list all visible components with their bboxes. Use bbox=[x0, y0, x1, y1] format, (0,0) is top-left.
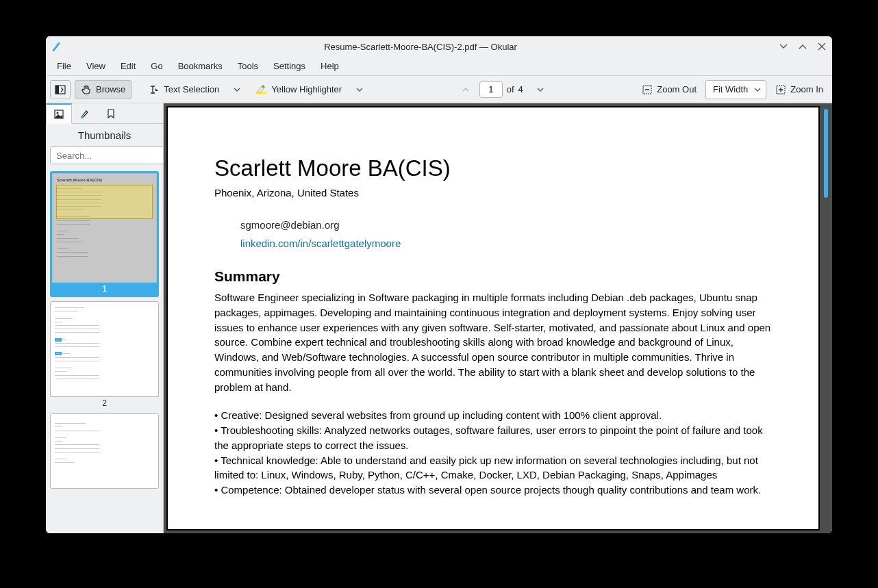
thumbnail-2[interactable]: ─────────────────────────── ────────────… bbox=[50, 301, 159, 409]
document-area: Scarlett Moore BA(CIS) Phoenix, Arizona,… bbox=[164, 103, 832, 533]
hand-icon bbox=[81, 84, 92, 95]
highlighter-label: Yellow Highlighter bbox=[271, 84, 342, 94]
summary-heading: Summary bbox=[214, 268, 772, 285]
toolbar: Browse Text Selection Yellow Highlighter… bbox=[46, 76, 832, 103]
summary-body: Software Engineer specializing in Softwa… bbox=[214, 290, 772, 394]
svg-rect-1 bbox=[55, 86, 59, 94]
resume-location: Phoenix, Arizona, United States bbox=[214, 187, 772, 199]
text-selection-label: Text Selection bbox=[164, 84, 219, 94]
main-area: Thumbnails Scarlett Moore BA(CIS) ──────… bbox=[46, 103, 832, 533]
bullet-technical: • Technical knowledge: Able to understan… bbox=[214, 453, 772, 483]
browse-button[interactable]: Browse bbox=[75, 80, 131, 99]
page-of-label: of bbox=[507, 84, 514, 94]
menu-file[interactable]: File bbox=[50, 58, 78, 74]
window-minimize-button[interactable] bbox=[777, 40, 790, 53]
page-navigation: of 4 bbox=[456, 80, 550, 99]
thumbnail-1[interactable]: Scarlett Moore BA(CIS) ─────────────────… bbox=[50, 171, 159, 297]
text-selection-dropdown[interactable] bbox=[228, 80, 246, 99]
annotations-icon bbox=[79, 108, 90, 119]
bullet-creative: • Creative: Designed several websites fr… bbox=[214, 408, 772, 423]
zoom-in-icon bbox=[775, 84, 786, 95]
text-selection-icon bbox=[149, 84, 160, 95]
tab-bookmarks[interactable] bbox=[98, 103, 124, 124]
document-content: Scarlett Moore BA(CIS) Phoenix, Arizona,… bbox=[214, 155, 772, 498]
app-window: Resume-Scarlett-Moore-BA(CIS)-2.pdf — Ok… bbox=[46, 36, 832, 533]
side-panel: Thumbnails Scarlett Moore BA(CIS) ──────… bbox=[46, 103, 164, 533]
window-close-button[interactable] bbox=[816, 40, 828, 53]
zoom-in-label: Zoom In bbox=[790, 84, 823, 94]
chevron-down-icon bbox=[233, 86, 241, 94]
highlighter-dropdown[interactable] bbox=[351, 80, 368, 99]
zoom-out-button[interactable]: Zoom Out bbox=[637, 80, 701, 99]
menu-settings[interactable]: Settings bbox=[266, 58, 312, 74]
zoom-mode-select[interactable]: Fit Width bbox=[705, 80, 766, 99]
zoom-out-label: Zoom Out bbox=[657, 84, 697, 94]
title-bar: Resume-Scarlett-Moore-BA(CIS)-2.pdf — Ok… bbox=[46, 36, 832, 57]
side-panel-heading: Thumbnails bbox=[46, 124, 163, 146]
svg-rect-2 bbox=[255, 92, 266, 94]
resume-name: Scarlett Moore BA(CIS) bbox=[214, 155, 772, 181]
bullet-troubleshooting: • Troubleshooting skills: Analyzed netwo… bbox=[214, 423, 772, 453]
menu-edit[interactable]: Edit bbox=[114, 58, 142, 74]
chevron-down-icon bbox=[753, 86, 762, 94]
tab-thumbnails[interactable] bbox=[46, 103, 72, 124]
page-input[interactable] bbox=[479, 81, 503, 98]
bullet-competence: • Competence: Obtained developer status … bbox=[214, 483, 772, 498]
window-maximize-button[interactable] bbox=[797, 40, 809, 53]
document-scrollbar[interactable] bbox=[823, 109, 829, 528]
scrollbar-thumb[interactable] bbox=[824, 109, 828, 198]
highlighter-button[interactable]: Yellow Highlighter bbox=[250, 80, 347, 99]
menu-help[interactable]: Help bbox=[314, 58, 346, 74]
thumbnails-list[interactable]: Scarlett Moore BA(CIS) ─────────────────… bbox=[46, 168, 163, 533]
thumbnail-3[interactable]: ────────────────────────────────────────… bbox=[50, 413, 159, 489]
thumbnails-icon bbox=[53, 109, 64, 120]
tab-annotations[interactable] bbox=[72, 103, 98, 124]
browse-label: Browse bbox=[96, 84, 125, 94]
zoom-controls: Zoom Out Fit Width Zoom In bbox=[637, 80, 828, 99]
menu-view[interactable]: View bbox=[79, 58, 112, 74]
text-selection-button[interactable]: Text Selection bbox=[144, 80, 224, 99]
menu-tools[interactable]: Tools bbox=[231, 58, 265, 74]
zoom-in-button[interactable]: Zoom In bbox=[770, 80, 828, 99]
side-panel-tabs bbox=[46, 103, 163, 124]
app-icon bbox=[50, 40, 64, 53]
thumbnail-search-input[interactable] bbox=[50, 146, 164, 164]
thumbnail-1-label: 1 bbox=[52, 283, 157, 295]
chevron-up-icon bbox=[461, 85, 471, 94]
chevron-down-icon bbox=[536, 85, 545, 94]
menu-bar: File View Edit Go Bookmarks Tools Settin… bbox=[46, 57, 832, 76]
menu-bookmarks[interactable]: Bookmarks bbox=[171, 58, 229, 74]
zoom-mode-value: Fit Width bbox=[713, 84, 748, 94]
highlighter-icon bbox=[255, 84, 267, 96]
toggle-sidebar-button[interactable] bbox=[50, 80, 71, 99]
menu-go[interactable]: Go bbox=[144, 58, 169, 74]
prev-page-button[interactable] bbox=[456, 80, 475, 99]
page-total: 4 bbox=[518, 84, 527, 94]
resume-linkedin[interactable]: linkedin.com/in/scarlettgatelymoore bbox=[240, 238, 772, 249]
next-page-button[interactable] bbox=[531, 80, 550, 99]
bookmark-icon bbox=[105, 108, 116, 119]
document-viewport[interactable]: Scarlett Moore BA(CIS) Phoenix, Arizona,… bbox=[166, 106, 820, 531]
svg-point-6 bbox=[57, 112, 59, 114]
chevron-down-icon bbox=[355, 86, 364, 94]
thumbnail-2-label: 2 bbox=[50, 397, 159, 409]
window-title: Resume-Scarlett-Moore-BA(CIS)-2.pdf — Ok… bbox=[64, 42, 777, 52]
zoom-out-icon bbox=[642, 84, 653, 95]
resume-email: sgmoore@debian.org bbox=[240, 219, 772, 231]
